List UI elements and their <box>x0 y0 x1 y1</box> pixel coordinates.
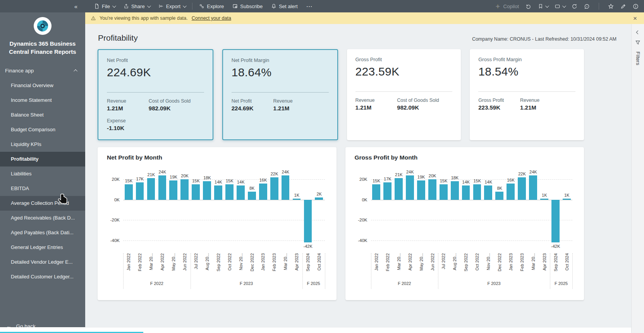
sidebar-item-aged-receivables-back-d[interactable]: Aged Receivables (Back D... <box>0 211 85 225</box>
bar-apr-2023[interactable] <box>540 199 548 200</box>
bar-oct-2024[interactable] <box>315 197 323 199</box>
x-axis-tick-label: Jan 2023 <box>508 253 513 271</box>
bar-oct-2024[interactable] <box>563 199 571 200</box>
bar-jan-2023[interactable] <box>259 184 267 200</box>
bar-feb-2023[interactable] <box>270 177 278 200</box>
sidebar-item-liquidity-kpis[interactable]: Liquidity KPIs <box>0 137 85 152</box>
reset-icon[interactable] <box>526 3 531 9</box>
fiscal-year-group-label: F 2023 <box>438 281 550 286</box>
bar-slot: 15K <box>438 171 449 249</box>
chart-card-gross-profit-by-month[interactable]: Gross Profit by Month 20K0K-20K-40K15K17… <box>345 147 584 300</box>
explore-label: Explore <box>207 3 224 9</box>
kpi-title: Net Profit <box>107 57 204 63</box>
kpi-card-net-profit-margin[interactable]: Net Profit Margin18.64%Net Profit224.69K… <box>222 49 338 140</box>
more-options-button[interactable]: ⋯ <box>302 0 317 12</box>
bar-slot: 24K <box>157 171 168 249</box>
explore-button[interactable]: Explore <box>195 0 228 12</box>
bar-slot: 19K <box>168 171 179 249</box>
y-axis-tick-label: 0K <box>362 197 367 202</box>
subscribe-button[interactable]: Subscribe <box>228 0 267 12</box>
kpi-detail-value: 1.21M <box>520 104 575 111</box>
kpi-detail-value: 224.69K <box>232 105 273 112</box>
sidebar-item-balance-sheet[interactable]: Balance Sheet <box>0 108 85 122</box>
y-axis-tick-label: -20K <box>358 218 367 222</box>
sidebar-item-budget-comparison[interactable]: Budget Comparison <box>0 122 85 137</box>
bar-mar-20[interactable] <box>395 178 403 199</box>
bar-jan-2022[interactable] <box>372 184 380 199</box>
axis-group-separator <box>572 253 573 289</box>
share-menu-button[interactable]: Share <box>119 0 154 12</box>
filter-funnel-icon[interactable] <box>635 40 641 45</box>
copilot-button[interactable]: Copilot <box>495 3 519 9</box>
close-banner-icon[interactable]: × <box>630 15 640 22</box>
chart-title: Gross Profit by Month <box>355 154 575 161</box>
sidebar-item-profitability[interactable]: Profitability <box>0 152 85 166</box>
sidebar-item-financial-overview[interactable]: Financial Overview <box>0 78 85 93</box>
comment-icon[interactable] <box>584 3 590 9</box>
sidebar-item-aged-payables-back-dati[interactable]: Aged Payables (Back Dati... <box>0 225 85 240</box>
bookmarks-button[interactable] <box>538 3 548 9</box>
bar-oct-2022[interactable] <box>473 184 481 199</box>
bar-jan-2022[interactable] <box>125 184 133 199</box>
bar-feb-2022[interactable] <box>383 182 392 200</box>
kpi-detail-revenue: Revenue1.21M <box>520 98 575 111</box>
bar-jul-2022[interactable] <box>440 184 448 199</box>
x-axis-tick-label: Oct 2024 <box>317 253 321 271</box>
go-back-button[interactable]: ← Go back <box>0 321 36 327</box>
x-axis-tick-label: Dec 2022 <box>250 253 254 271</box>
info-icon[interactable] <box>633 3 639 9</box>
bar-may-20[interactable] <box>169 180 177 200</box>
kpi-detail-label: Cost of Goods Sold <box>149 98 204 104</box>
kpi-detail-label: Revenue <box>355 98 397 103</box>
favorite-star-icon[interactable] <box>608 3 614 9</box>
bar-dec-2022[interactable] <box>248 192 256 200</box>
sidebar-item-average-collection-period[interactable]: Average Collection Period <box>0 196 85 211</box>
refresh-icon[interactable] <box>572 3 577 9</box>
export-menu-button[interactable]: Export <box>154 0 190 12</box>
bar-may-20[interactable] <box>417 180 425 200</box>
x-axis-tick-label: Sep 2024 <box>306 253 310 271</box>
expand-filters-chevron-icon[interactable] <box>636 31 640 34</box>
kpi-title: Gross Profit Margin <box>478 57 575 62</box>
kpi-card-gross-profit[interactable]: Gross Profit223.59KRevenue1.21MCost of G… <box>347 49 461 140</box>
kpi-card-net-profit[interactable]: Net Profit224.69KRevenue1.21MCost of Goo… <box>98 49 213 140</box>
toolbar-menu: File Share Export Explore Subscribe Set … <box>90 0 317 12</box>
bar-sep-2022[interactable] <box>462 185 470 200</box>
bar-feb-2022[interactable] <box>136 182 144 200</box>
bar-feb-2023[interactable] <box>518 177 526 200</box>
x-axis-tick-label: Sep 2022 <box>464 253 468 271</box>
edit-pencil-icon[interactable] <box>620 3 626 9</box>
kpi-card-gross-profit-margin[interactable]: Gross Profit Margin18.54%Gross Profit223… <box>470 49 584 140</box>
collapse-sidebar-icon[interactable]: « <box>74 3 77 10</box>
sidebar-item-detailed-customer-ledger[interactable]: Detailed Customer Ledger... <box>0 269 85 284</box>
dynamics-365-logo-icon <box>36 19 49 33</box>
set-alert-label: Set alert <box>279 3 297 9</box>
sidebar-item-general-ledger-entries[interactable]: General Ledger Entries <box>0 240 85 255</box>
chart-card-net-profit-by-month[interactable]: Net Profit by Month 20K0K-20K-40K15K17K2… <box>98 147 337 300</box>
share-label: Share <box>131 3 145 9</box>
bar-sep-2024[interactable] <box>551 200 560 243</box>
bar-jul-2022[interactable] <box>192 184 200 199</box>
set-alert-button[interactable]: Set alert <box>267 0 302 12</box>
bar-apr-2023[interactable] <box>293 199 301 200</box>
app-logo <box>34 17 52 35</box>
sidebar-item-liabilities[interactable]: Liabilities <box>0 166 85 181</box>
connect-your-data-link[interactable]: Connect your data <box>192 15 231 21</box>
bar-oct-2022[interactable] <box>225 184 234 199</box>
file-menu-button[interactable]: File <box>90 0 119 12</box>
bar-dec-2022[interactable] <box>495 192 503 200</box>
bar-jan-2023[interactable] <box>507 184 515 200</box>
bar-mar-20[interactable] <box>147 178 155 199</box>
sidebar-item-ebitda[interactable]: EBITDA <box>0 181 85 196</box>
sidebar-item-detailed-vendor-ledger-e[interactable]: Detailed Vendor Ledger E... <box>0 255 85 269</box>
view-button[interactable] <box>555 3 565 9</box>
sidebar: Dynamics 365 Business Central Finance Re… <box>0 12 85 327</box>
sidebar-item-income-statement[interactable]: Income Statement <box>0 93 85 108</box>
filters-label[interactable]: Filters <box>635 51 641 65</box>
subscribe-icon <box>232 3 238 9</box>
export-label: Export <box>166 3 181 9</box>
bar-slot: 16K <box>505 171 517 249</box>
finance-app-section-toggle[interactable]: Finance app <box>0 66 85 75</box>
bar-sep-2022[interactable] <box>214 185 222 200</box>
bar-sep-2024[interactable] <box>304 200 312 243</box>
